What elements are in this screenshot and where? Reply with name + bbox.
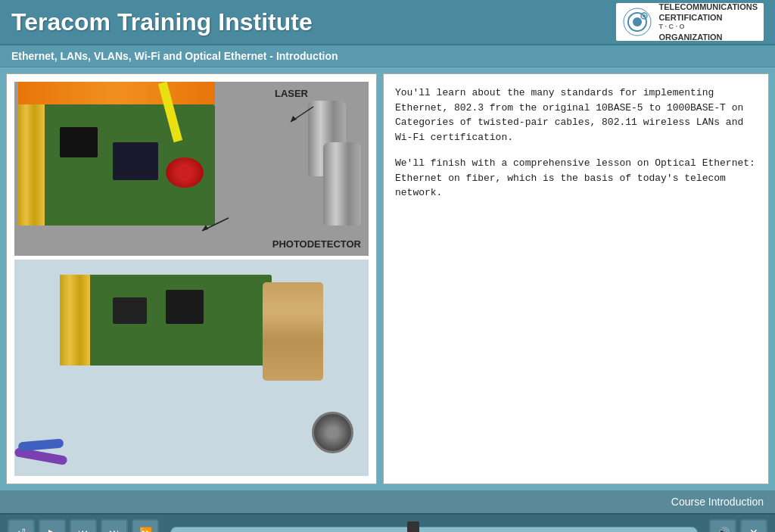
laser-label: LASER — [275, 88, 308, 99]
app-header: Teracom Training Institute TELECOMMUNICA… — [0, 0, 775, 45]
next-button[interactable]: ⏭ — [101, 519, 128, 532]
course-label: Course Introduction — [671, 496, 764, 508]
logo-line2: CERTIFICATION — [658, 12, 758, 23]
top-image-bg: LASER PHOTODETECTOR — [14, 82, 369, 256]
bottom-image-bg — [14, 260, 369, 476]
red-component — [166, 157, 204, 188]
left-panel: LASER PHOTODETECTOR — [6, 73, 377, 484]
control-bar: ⏎ ▶ ⏮ ⏭ ⏩ 🔊 ✕ — [0, 513, 775, 532]
pcb-bot-chip2 — [166, 290, 204, 324]
progress-bar[interactable] — [170, 527, 698, 532]
play-icon: ▶ — [48, 527, 57, 532]
next-icon: ⏭ — [109, 527, 120, 532]
content-label-bar: Course Introduction — [0, 490, 775, 513]
volume-button[interactable]: 🔊 — [709, 519, 736, 532]
fastforward-button[interactable]: ⏩ — [132, 519, 159, 532]
logo-line3: ORGANIZATION — [658, 32, 758, 42]
photodetector-label: PHOTODETECTOR — [272, 238, 361, 250]
top-image: LASER PHOTODETECTOR — [14, 82, 369, 256]
bottom-image — [14, 260, 369, 476]
description-paragraph-2: We'll finish with a comprehensive lesson… — [395, 156, 757, 201]
close-icon: ✕ — [749, 527, 758, 532]
progress-thumb[interactable] — [407, 521, 419, 532]
description-paragraph-1: You'll learn about the many standards fo… — [395, 86, 757, 145]
right-panel: You'll learn about the many standards fo… — [383, 73, 769, 484]
fastforward-icon: ⏩ — [139, 527, 152, 532]
close-button[interactable]: ✕ — [740, 519, 767, 532]
prev-icon: ⏮ — [78, 527, 89, 532]
photo-arrow-svg — [187, 214, 232, 237]
subtitle-bar: Ethernet, LANs, VLANs, Wi-Fi and Optical… — [0, 45, 775, 67]
pcb-bot-gold — [60, 275, 90, 366]
round-component — [312, 412, 353, 453]
volume-icon: 🔊 — [717, 527, 730, 532]
app-title: Teracom Training Institute — [11, 8, 313, 36]
flex-cable — [263, 282, 323, 381]
svg-marker-6 — [291, 116, 297, 122]
pcb-chip2 — [113, 142, 158, 180]
logo-line1: TELECOMMUNICATIONS — [658, 2, 758, 12]
orange-strip — [18, 82, 215, 104]
main-content: LASER PHOTODETECTOR — [0, 67, 775, 490]
pcb-gold-contacts — [18, 104, 45, 226]
svg-point-2 — [633, 17, 642, 26]
blue-wire — [18, 438, 64, 451]
logo-area: TELECOMMUNICATIONS CERTIFICATION T · C ·… — [616, 3, 764, 41]
pcb-chip1 — [60, 127, 98, 157]
logo-tco: T · C · O — [658, 23, 758, 32]
laser-arrow-svg — [272, 103, 325, 129]
pcb-bot-chip1 — [113, 297, 147, 324]
play-button[interactable]: ▶ — [39, 519, 66, 532]
laser-cylinder2 — [323, 142, 361, 226]
svg-point-4 — [643, 14, 646, 17]
tco-logo-icon — [622, 7, 652, 37]
svg-marker-8 — [202, 225, 208, 231]
subtitle-text: Ethernet, LANs, VLANs, Wi-Fi and Optical… — [11, 50, 338, 62]
back-icon: ⏎ — [17, 527, 26, 532]
back-button[interactable]: ⏎ — [8, 519, 35, 532]
prev-button[interactable]: ⏮ — [70, 519, 97, 532]
logo-text: TELECOMMUNICATIONS CERTIFICATION T · C ·… — [658, 2, 758, 43]
